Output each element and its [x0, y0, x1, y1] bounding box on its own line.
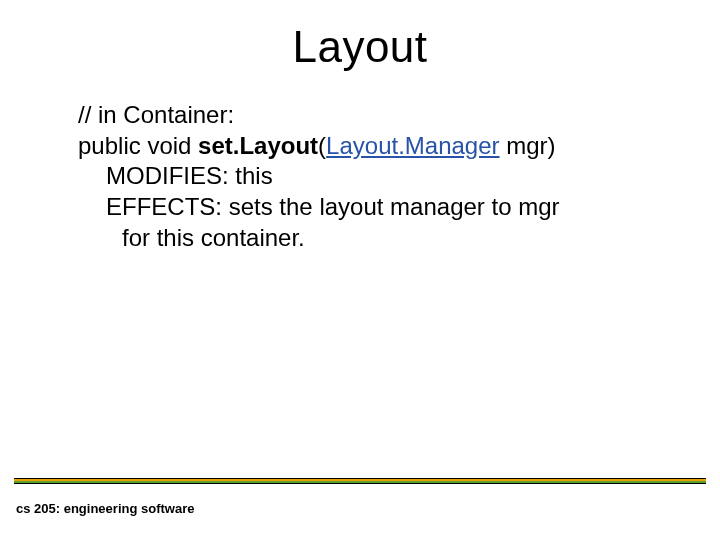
slide-body: // in Container: public void set.Layout(… — [78, 100, 660, 254]
method-name: set.Layout — [198, 132, 318, 159]
slide: Layout // in Container: public void set.… — [0, 0, 720, 540]
type-link[interactable]: Layout.Manager — [326, 132, 499, 159]
code-line-4: EFFECTS: sets the layout manager to mgr — [78, 192, 660, 223]
divider-rule — [0, 478, 720, 484]
code-line-1: // in Container: — [78, 100, 660, 131]
code-line-2: public void set.Layout(Layout.Manager mg… — [78, 131, 660, 162]
code-line-3: MODIFIES: this — [78, 161, 660, 192]
footer-text: cs 205: engineering software — [16, 501, 194, 516]
slide-title: Layout — [0, 0, 720, 72]
code-segment: ( — [318, 132, 326, 159]
code-segment: mgr) — [500, 132, 556, 159]
code-line-5: for this container. — [78, 223, 660, 254]
code-segment: public void — [78, 132, 198, 159]
